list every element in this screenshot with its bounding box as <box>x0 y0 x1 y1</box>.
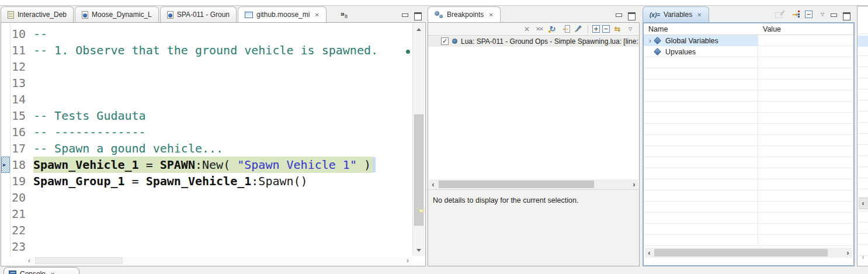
code-editor[interactable]: 10--11-- 1. Observe that the ground vehi… <box>1 22 426 266</box>
collapse-all-icon[interactable]: − <box>805 11 813 18</box>
code-line[interactable] <box>30 58 412 75</box>
code-line[interactable]: -- Tests Gudauta <box>30 107 412 124</box>
annotation-ruler-cell[interactable] <box>1 173 10 189</box>
variable-row[interactable]: Upvalues <box>644 46 853 57</box>
code-line[interactable]: Spawn_Vehicle_1 = SPAWN:New( "Spawn Vehi… <box>30 157 412 173</box>
code-line[interactable] <box>30 91 412 107</box>
breakpoints-icon <box>435 11 443 19</box>
tab-variables[interactable]: (x)= Variables ✕ <box>643 6 709 22</box>
variables-horizontal-scrollbar[interactable]: ‹ › <box>645 248 852 258</box>
annotation-ruler-cell[interactable] <box>1 107 10 124</box>
horizontal-scrollbar-thumb[interactable] <box>439 181 594 188</box>
expand-all-icon[interactable]: + <box>592 25 600 33</box>
horizontal-scrollbar-thumb[interactable] <box>654 249 828 256</box>
collapse-all-icon[interactable]: − <box>602 25 610 33</box>
annotation-ruler-cell[interactable] <box>1 189 10 206</box>
variables-icon: (x)= <box>650 12 660 18</box>
variable-name: Upvalues <box>665 48 696 56</box>
editor-tab-3[interactable]: SPA-011 - Groun <box>160 6 237 22</box>
close-icon[interactable]: ✕ <box>314 12 319 18</box>
show-type-names-icon <box>775 9 785 19</box>
code-token: = <box>139 158 160 172</box>
breakpoints-horizontal-scrollbar[interactable]: ‹ › <box>429 179 638 189</box>
annotation-ruler-cell[interactable] <box>1 206 10 222</box>
annotation-ruler-cell[interactable] <box>1 91 10 107</box>
scroll-right-icon[interactable]: › <box>630 180 638 189</box>
skip-all-breakpoints-icon[interactable] <box>573 24 584 34</box>
scroll-left-icon[interactable]: ‹ <box>429 180 438 189</box>
editor-horizontal-scrollbar[interactable]: ‹ › <box>25 256 412 265</box>
lua-file-icon <box>167 11 173 19</box>
column-header-name[interactable]: Name <box>648 25 668 33</box>
editor-tab-2[interactable]: Moose_Dynamic_L <box>75 6 159 22</box>
scroll-up-icon[interactable] <box>413 25 425 34</box>
breakpoints-list[interactable]: ✓Lua: SPA-011 - Ground Ops - Simple Spaw… <box>428 36 639 179</box>
code-line[interactable] <box>30 189 412 206</box>
code-line[interactable]: Spawn_Group_1 = Spawn_Vehicle_1:Spawn() <box>30 173 412 189</box>
close-icon[interactable]: ✕ <box>488 12 493 18</box>
code-line[interactable]: -- 1. Observe that the ground vehicle is… <box>30 42 412 58</box>
breakpoint-checkbox[interactable]: ✓ <box>441 37 449 45</box>
code-token: -- Spawn a gound vehicle... <box>33 141 223 155</box>
remove-breakpoint-icon[interactable]: ✕ <box>522 24 532 34</box>
breakpoint-row[interactable]: ✓Lua: SPA-011 - Ground Ops - Simple Spaw… <box>428 36 639 47</box>
code-line-row: 12 <box>1 58 412 75</box>
horizontal-scrollbar-thumb[interactable] <box>35 257 123 264</box>
instruction-pointer-icon[interactable]: ▸ <box>1 157 10 173</box>
scroll-right-icon[interactable]: › <box>843 248 852 257</box>
variable-row[interactable]: ›Global Variables <box>644 35 853 46</box>
column-header-value[interactable]: Value <box>763 25 781 33</box>
code-line[interactable]: -- ------------- <box>30 124 412 140</box>
maximize-icon[interactable] <box>628 12 635 19</box>
code-line[interactable]: -- Spawn a gound vehicle... <box>30 140 412 157</box>
link-with-debug-view-icon[interactable]: ⇆ <box>612 24 623 34</box>
maximize-icon[interactable] <box>414 12 421 19</box>
scroll-left-icon[interactable]: ‹ <box>25 256 34 265</box>
clipped-selected-row <box>857 36 868 47</box>
variables-toolbar: →−▽ <box>775 9 830 22</box>
variables-tree[interactable]: ›Global VariablesUpvalues <box>644 35 853 246</box>
annotation-ruler-cell[interactable] <box>1 26 10 42</box>
scroll-down-icon[interactable] <box>413 245 425 255</box>
annotation-ruler-cell[interactable] <box>1 222 10 238</box>
minimize-icon[interactable] <box>830 12 837 19</box>
tab-overflow-button[interactable]: » 8 <box>328 7 348 22</box>
code-line[interactable] <box>30 75 412 91</box>
annotation-ruler-cell[interactable] <box>1 42 10 58</box>
code-line[interactable] <box>30 238 412 255</box>
scroll-left-icon[interactable]: ‹ <box>645 248 654 257</box>
scroll-left-icon[interactable]: ‹ <box>859 252 867 262</box>
editor-vertical-scrollbar[interactable] <box>412 23 425 256</box>
scroll-right-icon[interactable]: › <box>403 256 412 265</box>
code-line[interactable]: -- <box>30 26 412 42</box>
scroll-left-icon[interactable]: ‹ <box>859 197 867 209</box>
console-tab[interactable]: Console ✕ <box>4 267 79 274</box>
code-line[interactable] <box>30 206 412 222</box>
show-breakpoints-supported-icon[interactable]: ↻ <box>547 24 558 34</box>
annotation-ruler-cell[interactable] <box>1 140 10 157</box>
annotation-ruler-cell[interactable] <box>1 238 10 255</box>
code-line[interactable] <box>30 222 412 238</box>
view-menu-icon[interactable]: ▽ <box>625 24 636 34</box>
variables-column-headers: Name Value <box>644 23 853 35</box>
console-tab-label: Console <box>20 270 46 274</box>
show-logical-structure-icon[interactable]: → <box>790 9 800 19</box>
minimize-icon[interactable] <box>401 12 408 19</box>
tab-label: github.moose_mi <box>256 11 310 19</box>
close-icon[interactable]: ✕ <box>697 12 702 18</box>
tab-breakpoints[interactable]: Breakpoints ✕ <box>428 6 501 22</box>
close-icon[interactable]: ✕ <box>50 271 55 274</box>
toolbar-separator <box>588 25 588 33</box>
editor-tab-1[interactable]: Interactive_Deb <box>1 6 74 22</box>
go-to-file-for-breakpoint-icon[interactable]: → <box>560 24 571 34</box>
minimize-icon[interactable] <box>615 12 622 19</box>
editor-tab-4[interactable]: github.moose_mi✕ <box>238 6 327 22</box>
maximize-icon[interactable] <box>843 12 850 19</box>
annotation-ruler-cell[interactable] <box>1 75 10 91</box>
annotation-ruler-cell[interactable] <box>1 124 10 140</box>
remove-all-breakpoints-icon[interactable]: ✕✕ <box>534 24 545 34</box>
annotation-ruler-cell[interactable] <box>1 58 10 75</box>
top-strip <box>0 0 868 6</box>
code-line-row: ▸18Spawn_Vehicle_1 = SPAWN:New( "Spawn V… <box>1 157 412 173</box>
view-menu-icon[interactable]: ▽ <box>817 9 828 19</box>
